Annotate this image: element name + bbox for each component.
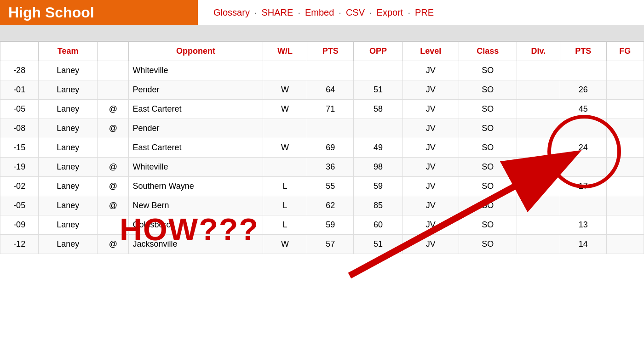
table-cell: 98	[354, 158, 403, 177]
col-opp[interactable]: OPP	[354, 42, 403, 61]
table-cell	[606, 158, 644, 177]
table-cell: 60	[354, 215, 403, 235]
nav-sep-4: ·	[367, 7, 375, 18]
table-cell	[606, 138, 644, 158]
table-cell	[517, 100, 560, 119]
nav-glossary[interactable]: Glossary	[212, 7, 252, 18]
col-opponent[interactable]: Opponent	[129, 42, 263, 61]
table-cell: 24	[560, 138, 606, 158]
table-cell	[517, 138, 560, 158]
table-cell: @	[98, 177, 129, 196]
table-cell: Whiteville	[129, 61, 263, 80]
table-cell: W	[263, 100, 307, 119]
col-date	[0, 42, 39, 61]
table-cell: Laney	[39, 100, 98, 119]
table-cell: Pender	[129, 119, 263, 138]
table-cell: Laney	[39, 196, 98, 215]
table-cell	[606, 196, 644, 215]
table-cell	[307, 61, 354, 80]
table-cell: 14	[560, 235, 606, 254]
col-class[interactable]: Class	[459, 42, 517, 61]
table-cell	[263, 158, 307, 177]
table-cell: JV	[402, 235, 459, 254]
col-div[interactable]: Div.	[517, 42, 560, 61]
table-cell	[606, 235, 644, 254]
table-cell: 62	[307, 196, 354, 215]
col-pts[interactable]: PTS	[307, 42, 354, 61]
toolbar	[0, 25, 644, 41]
table-cell: -19	[0, 158, 39, 177]
table-cell: 55	[307, 177, 354, 196]
table-cell: JV	[402, 119, 459, 138]
col-team[interactable]: Team	[39, 42, 98, 61]
table-cell: Laney	[39, 119, 98, 138]
data-table: Team Opponent W/L PTS OPP Level Class Di…	[0, 41, 644, 254]
nav-share[interactable]: SHARE	[259, 7, 295, 18]
table-cell	[606, 61, 644, 80]
nav-sep-1: ·	[252, 7, 260, 18]
table-cell	[606, 215, 644, 235]
table-cell: 71	[307, 100, 354, 119]
table-cell: @	[98, 196, 129, 215]
table-cell: 69	[307, 138, 354, 158]
table-cell: 17	[560, 177, 606, 196]
table-cell	[517, 235, 560, 254]
col-wl[interactable]: W/L	[263, 42, 307, 61]
table-cell: Goldsboro	[129, 215, 263, 235]
table-cell: SO	[459, 177, 517, 196]
table-cell: 45	[560, 100, 606, 119]
nav-csv[interactable]: CSV	[344, 7, 367, 18]
nav-embed[interactable]: Embed	[303, 7, 336, 18]
table-cell: -12	[0, 235, 39, 254]
table-cell: 59	[307, 215, 354, 235]
table-cell: SO	[459, 138, 517, 158]
table-cell: JV	[402, 61, 459, 80]
table-cell: Southern Wayne	[129, 177, 263, 196]
table-cell: Laney	[39, 177, 98, 196]
col-at	[98, 42, 129, 61]
table-cell: 13	[560, 215, 606, 235]
table-cell	[307, 119, 354, 138]
table-cell: L	[263, 177, 307, 196]
table-cell: Laney	[39, 235, 98, 254]
table-cell	[517, 196, 560, 215]
table-cell: JV	[402, 215, 459, 235]
table-cell: Laney	[39, 158, 98, 177]
table-row: -12Laney@JacksonvilleW5751JVSO14	[0, 235, 644, 254]
table-cell: SO	[459, 235, 517, 254]
table-row: -09LaneyGoldsboroL5960JVSO13	[0, 215, 644, 235]
table-cell: SO	[459, 215, 517, 235]
table-cell: Laney	[39, 215, 98, 235]
header-nav: Glossary · SHARE · Embed · CSV · Export …	[198, 7, 436, 18]
table-cell	[560, 119, 606, 138]
table-cell: W	[263, 235, 307, 254]
col-pts2[interactable]: PTS	[560, 42, 606, 61]
table-cell	[517, 215, 560, 235]
table-cell: -01	[0, 80, 39, 100]
col-fg[interactable]: FG	[606, 42, 644, 61]
table-cell: SO	[459, 61, 517, 80]
table-row: -08Laney@PenderJVSO	[0, 119, 644, 138]
table-cell: @	[98, 235, 129, 254]
table-cell: 59	[354, 177, 403, 196]
table-cell: Whiteville	[129, 158, 263, 177]
table-cell: Jacksonville	[129, 235, 263, 254]
col-level[interactable]: Level	[402, 42, 459, 61]
table-cell: 57	[307, 235, 354, 254]
nav-export[interactable]: Export	[375, 7, 405, 18]
table-cell: JV	[402, 100, 459, 119]
nav-pre[interactable]: PRE	[413, 7, 436, 18]
table-cell: JV	[402, 80, 459, 100]
table-row: -01LaneyPenderW6451JVSO26	[0, 80, 644, 100]
table-cell: W	[263, 138, 307, 158]
table-cell: 64	[307, 80, 354, 100]
table-cell: -08	[0, 119, 39, 138]
table-cell	[606, 80, 644, 100]
table-cell: SO	[459, 196, 517, 215]
table-cell	[98, 138, 129, 158]
table-cell: Pender	[129, 80, 263, 100]
table-cell	[517, 158, 560, 177]
table-cell	[263, 119, 307, 138]
table-cell	[606, 177, 644, 196]
table-cell: -15	[0, 138, 39, 158]
